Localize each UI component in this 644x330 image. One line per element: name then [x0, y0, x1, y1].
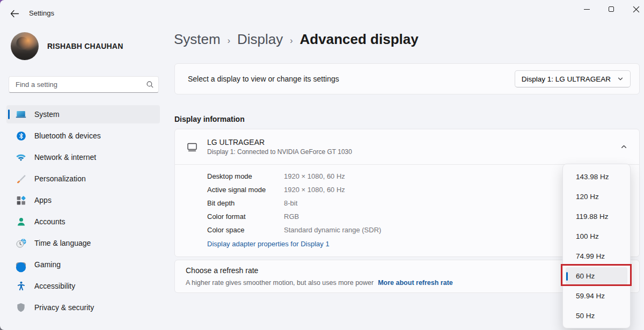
- search-input[interactable]: [16, 80, 146, 89]
- sidebar-item-label: Privacy & security: [34, 303, 94, 312]
- user-name: RISHABH CHAUHAN: [47, 42, 123, 50]
- sidebar-nav: System Bluetooth & devices Network & int…: [0, 105, 166, 320]
- refresh-rate-flyout: 143.98 Hz 120 Hz 119.88 Hz 100 Hz 74.99 …: [562, 164, 631, 328]
- user-profile[interactable]: RISHABH CHAUHAN: [11, 32, 123, 60]
- info-row-label: Color space: [207, 225, 284, 235]
- display-selector-dropdown[interactable]: Display 1: LG ULTRAGEAR: [515, 70, 631, 87]
- person-icon: [15, 216, 27, 228]
- maximize-button[interactable]: [599, 0, 624, 18]
- minimize-button[interactable]: [574, 0, 599, 18]
- info-row-value: RGB: [284, 212, 381, 222]
- sidebar-item-apps[interactable]: Apps: [6, 191, 160, 209]
- info-row-label: Bit depth: [207, 199, 284, 208]
- option-label: 143.98 Hz: [576, 173, 609, 181]
- sidebar-item-label: Gaming: [34, 260, 61, 269]
- sidebar: RISHABH CHAUHAN System Bluetooth & devic…: [0, 21, 166, 330]
- brush-icon: [15, 173, 27, 185]
- info-row-label: Active signal mode: [207, 185, 284, 195]
- breadcrumb-system[interactable]: System: [174, 31, 221, 48]
- sidebar-item-label: System: [34, 110, 60, 119]
- refresh-rate-option-selected[interactable]: 60 Hz: [566, 267, 627, 285]
- apps-icon: [15, 194, 27, 206]
- option-label: 60 Hz: [576, 272, 595, 280]
- option-label: 119.88 Hz: [576, 212, 609, 221]
- refresh-rate-option[interactable]: 143.98 Hz: [566, 168, 627, 186]
- sidebar-item-label: Network & internet: [34, 153, 96, 162]
- display-info-expander-header[interactable]: LG ULTRAGEAR Display 1: Connected to NVI…: [175, 129, 639, 164]
- selection-accent-bar: [566, 272, 568, 281]
- info-row-value: Standard dynamic range (SDR): [284, 225, 381, 235]
- info-row-value: 1920 × 1080, 60 Hz: [284, 185, 381, 195]
- option-label: 120 Hz: [576, 193, 599, 201]
- refresh-rate-option[interactable]: 74.99 Hz: [566, 247, 627, 265]
- back-arrow-icon: [10, 10, 19, 18]
- breadcrumb: System › Display › Advanced display: [174, 31, 419, 48]
- select-display-label: Select a display to view or change its s…: [188, 75, 339, 83]
- sidebar-item-privacy-security[interactable]: Privacy & security: [6, 298, 160, 317]
- page-title: Advanced display: [300, 31, 419, 48]
- refresh-rate-option[interactable]: 120 Hz: [566, 188, 627, 206]
- breadcrumb-display[interactable]: Display: [237, 31, 283, 48]
- sidebar-item-network-internet[interactable]: Network & internet: [6, 148, 160, 166]
- chevron-up-icon[interactable]: [620, 143, 627, 150]
- accessibility-icon: [15, 280, 27, 292]
- select-display-card: Select a display to view or change its s…: [174, 63, 640, 94]
- sidebar-item-label: Bluetooth & devices: [34, 131, 101, 140]
- titlebar: Settings: [0, 0, 644, 21]
- sidebar-item-label: Accessibility: [34, 282, 75, 290]
- back-button[interactable]: [8, 8, 21, 19]
- sidebar-item-bluetooth-devices[interactable]: Bluetooth & devices: [6, 127, 160, 145]
- sidebar-item-label: Apps: [34, 196, 52, 204]
- minimize-icon: [584, 9, 590, 10]
- sidebar-item-gaming[interactable]: Gaming: [6, 255, 160, 274]
- app-title: Settings: [29, 9, 54, 17]
- bluetooth-icon: [15, 130, 27, 142]
- sidebar-item-time-language[interactable]: Time & language: [6, 234, 160, 252]
- option-label: 74.99 Hz: [576, 252, 605, 260]
- clock-globe-icon: [15, 237, 27, 249]
- monitor-icon: [186, 141, 199, 153]
- maximize-icon: [609, 6, 614, 12]
- window-controls: [574, 0, 644, 18]
- breadcrumb-separator: ›: [290, 34, 292, 46]
- info-row-value: 1920 × 1080, 60 Hz: [284, 172, 381, 181]
- info-row-label: Desktop mode: [207, 172, 284, 181]
- display-adapter-properties-link[interactable]: Display adapter properties for Display 1: [207, 240, 330, 248]
- refresh-rate-option[interactable]: 119.88 Hz: [566, 208, 627, 225]
- shield-icon: [15, 302, 27, 313]
- display-selector-value: Display 1: LG ULTRAGEAR: [522, 75, 611, 83]
- sidebar-item-accounts[interactable]: Accounts: [6, 212, 160, 231]
- settings-window: Settings RISHABH CHAUHAN: [0, 0, 644, 330]
- system-icon: [15, 108, 27, 120]
- sidebar-item-label: Personalization: [34, 174, 86, 183]
- display-info-rows: Desktop mode 1920 × 1080, 60 Hz Active s…: [207, 172, 381, 235]
- option-label: 59.94 Hz: [576, 292, 605, 300]
- sidebar-item-accessibility[interactable]: Accessibility: [6, 277, 160, 295]
- sidebar-item-system[interactable]: System: [6, 105, 160, 123]
- display-device-name: LG ULTRAGEAR: [207, 138, 352, 146]
- section-title-display-information: Display information: [174, 115, 245, 123]
- option-label: 100 Hz: [576, 232, 599, 240]
- wifi-icon: [15, 151, 27, 163]
- sidebar-item-label: Accounts: [34, 217, 65, 226]
- refresh-rate-description: A higher rate gives smoother motion, but…: [186, 279, 374, 287]
- info-row-value: 8-bit: [284, 199, 381, 208]
- refresh-rate-option[interactable]: 50 Hz: [566, 307, 627, 325]
- chevron-down-icon: [617, 76, 624, 82]
- search-box: [9, 76, 159, 93]
- sidebar-item-personalization[interactable]: Personalization: [6, 170, 160, 188]
- windows-update-icon: [15, 261, 27, 273]
- refresh-rate-option[interactable]: 59.94 Hz: [566, 287, 627, 305]
- display-device-subtitle: Display 1: Connected to NVIDIA GeForce G…: [207, 148, 352, 156]
- info-row-label: Color format: [207, 212, 284, 222]
- sidebar-item-label: Time & language: [34, 239, 91, 247]
- more-about-refresh-rate-link[interactable]: More about refresh rate: [378, 279, 453, 287]
- close-button[interactable]: [624, 0, 644, 18]
- search-icon: [146, 80, 154, 89]
- breadcrumb-separator: ›: [228, 34, 230, 46]
- refresh-rate-option[interactable]: 100 Hz: [566, 228, 627, 245]
- avatar: [11, 32, 39, 60]
- close-icon: [633, 6, 640, 13]
- sidebar-item-windows-update[interactable]: [15, 261, 27, 273]
- option-label: 50 Hz: [576, 312, 595, 320]
